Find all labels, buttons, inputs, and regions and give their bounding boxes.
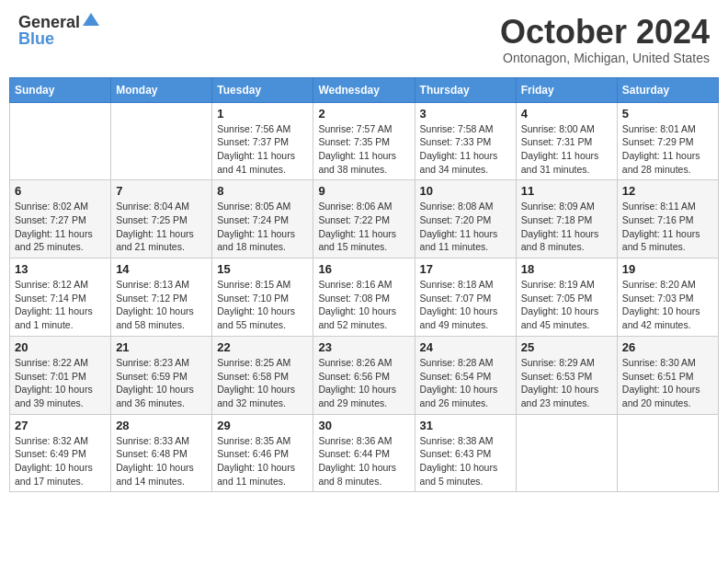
calendar-cell: [516, 414, 617, 492]
calendar-header-wednesday: Wednesday: [313, 77, 415, 102]
day-info: Sunrise: 8:38 AM Sunset: 6:43 PM Dayligh…: [420, 434, 511, 488]
day-info: Sunrise: 8:22 AM Sunset: 7:01 PM Dayligh…: [15, 356, 106, 410]
day-info: Sunrise: 8:23 AM Sunset: 6:59 PM Dayligh…: [116, 356, 207, 410]
calendar-cell: 24Sunrise: 8:28 AM Sunset: 6:54 PM Dayli…: [415, 336, 516, 414]
calendar-header-friday: Friday: [516, 77, 617, 102]
calendar-week-row: 20Sunrise: 8:22 AM Sunset: 7:01 PM Dayli…: [10, 336, 719, 414]
day-info: Sunrise: 7:58 AM Sunset: 7:33 PM Dayligh…: [420, 122, 511, 177]
calendar-cell: 5Sunrise: 8:01 AM Sunset: 7:29 PM Daylig…: [617, 102, 718, 180]
day-info: Sunrise: 8:09 AM Sunset: 7:18 PM Dayligh…: [521, 200, 612, 254]
calendar-table: SundayMondayTuesdayWednesdayThursdayFrid…: [9, 77, 719, 493]
calendar-header-row: SundayMondayTuesdayWednesdayThursdayFrid…: [10, 77, 719, 102]
logo-general-text: General: [18, 14, 80, 30]
calendar-cell: [10, 102, 111, 180]
calendar-cell: 29Sunrise: 8:35 AM Sunset: 6:46 PM Dayli…: [212, 414, 313, 492]
logo-icon: [83, 13, 99, 29]
day-info: Sunrise: 8:36 AM Sunset: 6:44 PM Dayligh…: [318, 434, 409, 488]
calendar-header-thursday: Thursday: [415, 77, 516, 102]
calendar-cell: 3Sunrise: 7:58 AM Sunset: 7:33 PM Daylig…: [415, 102, 516, 180]
day-info: Sunrise: 8:02 AM Sunset: 7:27 PM Dayligh…: [15, 200, 106, 254]
calendar-cell: 14Sunrise: 8:13 AM Sunset: 7:12 PM Dayli…: [111, 259, 212, 337]
calendar-cell: 4Sunrise: 8:00 AM Sunset: 7:31 PM Daylig…: [516, 102, 617, 180]
day-info: Sunrise: 8:25 AM Sunset: 6:58 PM Dayligh…: [217, 356, 308, 410]
calendar-cell: 15Sunrise: 8:15 AM Sunset: 7:10 PM Dayli…: [212, 259, 313, 337]
day-number: 25: [521, 340, 612, 354]
day-info: Sunrise: 8:00 AM Sunset: 7:31 PM Dayligh…: [521, 122, 612, 177]
day-info: Sunrise: 8:05 AM Sunset: 7:24 PM Dayligh…: [217, 200, 308, 254]
calendar-cell: 31Sunrise: 8:38 AM Sunset: 6:43 PM Dayli…: [415, 414, 516, 492]
day-number: 8: [217, 184, 308, 198]
day-number: 31: [420, 419, 511, 432]
day-number: 9: [318, 184, 409, 198]
page-header: General Blue October 2024 Ontonagon, Mic…: [9, 9, 719, 70]
calendar-cell: 20Sunrise: 8:22 AM Sunset: 7:01 PM Dayli…: [10, 336, 111, 414]
day-number: 12: [622, 184, 713, 198]
day-number: 19: [622, 262, 713, 276]
day-number: 26: [622, 340, 713, 354]
day-info: Sunrise: 8:32 AM Sunset: 6:49 PM Dayligh…: [15, 434, 106, 488]
calendar-cell: 28Sunrise: 8:33 AM Sunset: 6:48 PM Dayli…: [111, 414, 212, 492]
day-number: 5: [622, 107, 713, 121]
calendar-week-row: 6Sunrise: 8:02 AM Sunset: 7:27 PM Daylig…: [10, 180, 719, 259]
day-number: 14: [116, 262, 207, 276]
svg-marker-0: [83, 13, 99, 26]
day-number: 11: [521, 184, 612, 198]
day-number: 23: [318, 340, 409, 354]
day-number: 30: [318, 419, 409, 432]
calendar-cell: 2Sunrise: 7:57 AM Sunset: 7:35 PM Daylig…: [313, 102, 415, 180]
day-info: Sunrise: 8:19 AM Sunset: 7:05 PM Dayligh…: [521, 278, 612, 332]
day-number: 24: [420, 340, 511, 354]
day-info: Sunrise: 8:12 AM Sunset: 7:14 PM Dayligh…: [15, 278, 106, 332]
title-block: October 2024 Ontonagon, Michigan, United…: [500, 14, 710, 65]
day-number: 3: [420, 107, 511, 121]
calendar-cell: 12Sunrise: 8:11 AM Sunset: 7:16 PM Dayli…: [617, 180, 718, 259]
day-number: 1: [217, 107, 308, 121]
location-text: Ontonagon, Michigan, United States: [500, 51, 710, 65]
day-number: 4: [521, 107, 612, 121]
calendar-cell: 13Sunrise: 8:12 AM Sunset: 7:14 PM Dayli…: [10, 259, 111, 337]
day-number: 7: [116, 184, 207, 198]
calendar-header-saturday: Saturday: [617, 77, 718, 102]
day-info: Sunrise: 8:33 AM Sunset: 6:48 PM Dayligh…: [116, 434, 207, 488]
calendar-cell: 30Sunrise: 8:36 AM Sunset: 6:44 PM Dayli…: [313, 414, 415, 492]
day-number: 29: [217, 419, 308, 432]
calendar-cell: [111, 102, 212, 180]
day-info: Sunrise: 8:11 AM Sunset: 7:16 PM Dayligh…: [622, 200, 713, 254]
calendar-cell: 16Sunrise: 8:16 AM Sunset: 7:08 PM Dayli…: [313, 259, 415, 337]
calendar-week-row: 1Sunrise: 7:56 AM Sunset: 7:37 PM Daylig…: [10, 102, 719, 180]
day-number: 21: [116, 340, 207, 354]
month-title: October 2024: [500, 14, 710, 51]
calendar-cell: 27Sunrise: 8:32 AM Sunset: 6:49 PM Dayli…: [10, 414, 111, 492]
calendar-cell: 1Sunrise: 7:56 AM Sunset: 7:37 PM Daylig…: [212, 102, 313, 180]
day-number: 20: [15, 340, 106, 354]
calendar-cell: 22Sunrise: 8:25 AM Sunset: 6:58 PM Dayli…: [212, 336, 313, 414]
calendar-cell: 26Sunrise: 8:30 AM Sunset: 6:51 PM Dayli…: [617, 336, 718, 414]
day-info: Sunrise: 8:20 AM Sunset: 7:03 PM Dayligh…: [622, 278, 713, 332]
calendar-week-row: 13Sunrise: 8:12 AM Sunset: 7:14 PM Dayli…: [10, 259, 719, 337]
day-number: 28: [116, 419, 207, 432]
day-number: 6: [15, 184, 106, 198]
calendar-cell: 8Sunrise: 8:05 AM Sunset: 7:24 PM Daylig…: [212, 180, 313, 259]
day-info: Sunrise: 8:18 AM Sunset: 7:07 PM Dayligh…: [420, 278, 511, 332]
day-number: 27: [15, 419, 106, 432]
calendar-cell: 9Sunrise: 8:06 AM Sunset: 7:22 PM Daylig…: [313, 180, 415, 259]
day-info: Sunrise: 7:56 AM Sunset: 7:37 PM Dayligh…: [217, 122, 308, 177]
day-info: Sunrise: 8:08 AM Sunset: 7:20 PM Dayligh…: [420, 200, 511, 254]
calendar-header-tuesday: Tuesday: [212, 77, 313, 102]
day-info: Sunrise: 8:01 AM Sunset: 7:29 PM Dayligh…: [622, 122, 713, 177]
day-info: Sunrise: 8:16 AM Sunset: 7:08 PM Dayligh…: [318, 278, 409, 332]
calendar-header-monday: Monday: [111, 77, 212, 102]
day-number: 10: [420, 184, 511, 198]
day-info: Sunrise: 8:15 AM Sunset: 7:10 PM Dayligh…: [217, 278, 308, 332]
day-number: 13: [15, 262, 106, 276]
day-info: Sunrise: 8:04 AM Sunset: 7:25 PM Dayligh…: [116, 200, 207, 254]
calendar-cell: 25Sunrise: 8:29 AM Sunset: 6:53 PM Dayli…: [516, 336, 617, 414]
calendar-cell: 23Sunrise: 8:26 AM Sunset: 6:56 PM Dayli…: [313, 336, 415, 414]
logo: General Blue: [18, 14, 99, 47]
day-info: Sunrise: 8:06 AM Sunset: 7:22 PM Dayligh…: [318, 200, 409, 254]
day-info: Sunrise: 8:13 AM Sunset: 7:12 PM Dayligh…: [116, 278, 207, 332]
calendar-cell: 18Sunrise: 8:19 AM Sunset: 7:05 PM Dayli…: [516, 259, 617, 337]
day-info: Sunrise: 7:57 AM Sunset: 7:35 PM Dayligh…: [318, 122, 409, 177]
calendar-week-row: 27Sunrise: 8:32 AM Sunset: 6:49 PM Dayli…: [10, 414, 719, 492]
logo-blue-text: Blue: [18, 30, 54, 47]
